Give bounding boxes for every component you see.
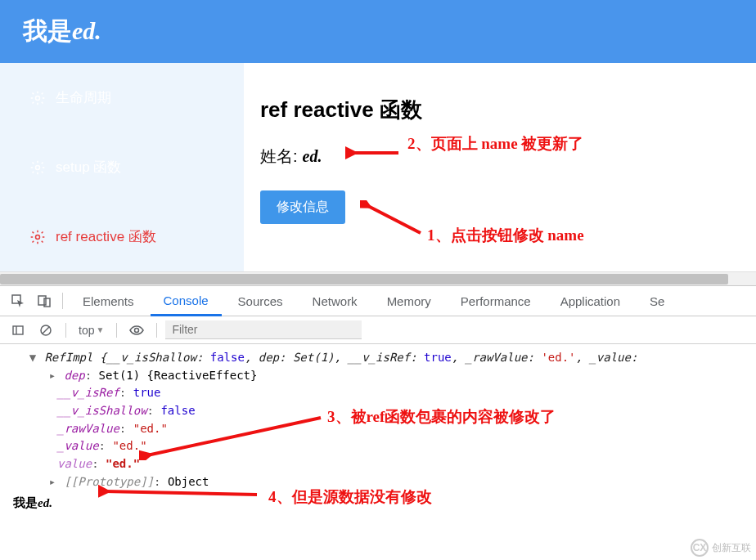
watermark-logo: CX <box>691 539 709 557</box>
device-toggle-icon[interactable] <box>33 290 56 311</box>
val-false: false <box>210 351 245 364</box>
live-expression-icon[interactable] <box>125 320 148 341</box>
console-toolbar: top ▼ <box>0 316 756 344</box>
sidebar-item-label: setup 函数 <box>56 158 121 177</box>
prop-key: _rawValue <box>57 422 119 435</box>
prop-key: __v_isShallow <box>57 404 147 417</box>
prop-key: value <box>57 457 92 470</box>
prop-value: false <box>160 404 195 417</box>
prop-dep[interactable]: ▸ dep: Set(1) {ReactiveEffect} <box>8 367 748 385</box>
sidebar-item-setup[interactable]: setup 函数 <box>0 132 244 202</box>
annotation-arrow-1 <box>360 200 425 238</box>
prop-key: [[Prototype]] <box>64 475 154 488</box>
svg-point-0 <box>36 96 40 100</box>
main-area: 生命周期 setup 函数 ref reactive 函数 ref reacti… <box>0 63 756 271</box>
clear-console-icon[interactable] <box>34 320 57 341</box>
chevron-down-icon: ▼ <box>96 325 104 334</box>
val-set: Set(1) <box>293 351 335 364</box>
console-object-summary[interactable]: ▼ RefImpl {__v_isShallow: false, dep: Se… <box>8 349 748 367</box>
svg-line-11 <box>43 327 49 334</box>
prop-value-getter: value: "ed." <box>8 455 748 473</box>
prop-key: dep <box>64 369 84 382</box>
tab-network[interactable]: Network <box>299 286 371 316</box>
divider <box>156 323 157 338</box>
gear-icon <box>29 159 46 176</box>
devtools-tab-bar: Elements Console Sources Network Memory … <box>0 285 756 316</box>
svg-point-2 <box>36 235 40 239</box>
sep: , dep: <box>245 351 293 364</box>
watermark-text: 创新互联 <box>712 541 751 555</box>
tab-elements[interactable]: Elements <box>70 286 147 316</box>
val-raw: 'ed.' <box>541 351 575 364</box>
caret-right-icon[interactable]: ▸ <box>47 473 57 491</box>
tab-memory[interactable]: Memory <box>374 286 444 316</box>
name-value: ed. <box>303 147 322 166</box>
object-type: RefImpl <box>44 351 92 364</box>
horizontal-scrollbar[interactable] <box>0 271 756 285</box>
sidebar-item-lifecycle[interactable]: 生命周期 <box>0 63 244 132</box>
prop-prototype[interactable]: ▸ [[Prototype]]: Object <box>8 473 748 491</box>
prop-isref: __v_isRef: true <box>8 384 748 402</box>
prop-rawvalue: _rawValue: "ed." <box>8 420 748 438</box>
prop-isshallow: __v_isShallow: false <box>8 402 748 420</box>
svg-point-12 <box>135 328 139 332</box>
console-output: ▼ RefImpl {__v_isShallow: false, dep: Se… <box>0 344 756 517</box>
inspect-element-icon[interactable] <box>7 290 29 311</box>
watermark: CX 创新互联 <box>691 539 751 557</box>
bracket-open: {__v_isShallow: <box>100 351 210 364</box>
gear-icon <box>29 229 46 245</box>
sidebar: 生命周期 setup 函数 ref reactive 函数 <box>0 63 244 271</box>
title-prefix: 我是 <box>23 17 72 44</box>
sidebar-toggle-icon[interactable] <box>7 320 29 341</box>
val-true: true <box>424 351 452 364</box>
svg-line-4 <box>367 205 421 233</box>
svg-rect-8 <box>13 326 23 334</box>
context-label: top <box>79 324 94 337</box>
scrollbar-thumb[interactable] <box>0 274 728 284</box>
sidebar-item-ref-reactive[interactable]: ref reactive 函数 <box>0 202 244 271</box>
svg-point-1 <box>36 165 40 169</box>
tab-performance[interactable]: Performance <box>448 286 544 316</box>
prop-value: "ed." <box>112 439 146 452</box>
caret-down-icon[interactable]: ▼ <box>28 349 38 367</box>
content-area: ref reactive 函数 姓名: ed. 修改信息 2、页面上 name … <box>244 63 756 271</box>
sidebar-item-label: 生命周期 <box>56 88 111 107</box>
content-heading: ref reactive 函数 <box>260 96 740 124</box>
prop-key: _value <box>57 439 99 452</box>
sidebar-item-label: ref reactive 函数 <box>56 227 156 246</box>
prop-value: "ed." <box>106 457 140 470</box>
sep: , _rawValue: <box>452 351 542 364</box>
log-italic: ed. <box>38 494 52 513</box>
console-log-text: 我是ed. <box>8 493 748 513</box>
prop-value: true <box>133 386 161 399</box>
sep: , __v_isRef: <box>335 351 425 364</box>
log-prefix: 我是 <box>13 493 38 512</box>
tab-console[interactable]: Console <box>151 287 222 316</box>
tab-application[interactable]: Application <box>547 286 633 316</box>
divider <box>62 293 63 309</box>
divider <box>65 323 66 338</box>
prop-value: "ed." <box>133 422 168 435</box>
modify-button[interactable]: 修改信息 <box>260 190 345 224</box>
context-selector[interactable]: top ▼ <box>74 321 108 339</box>
name-display: 姓名: ed. <box>260 146 740 168</box>
prop-value: Set(1) {ReactiveEffect} <box>99 369 258 382</box>
name-label: 姓名: <box>260 146 298 168</box>
tab-truncated[interactable]: Se <box>637 286 677 316</box>
divider <box>116 323 117 338</box>
caret-right-icon[interactable]: ▸ <box>47 367 57 385</box>
prop-value-private: _value: "ed." <box>8 437 748 455</box>
tab-sources[interactable]: Sources <box>225 286 296 316</box>
gear-icon <box>29 90 46 106</box>
app-header: 我是ed. <box>0 0 756 63</box>
sep: , _value: <box>576 351 638 364</box>
title-suffix: ed. <box>72 17 101 44</box>
prop-key: __v_isRef <box>57 386 119 399</box>
annotation-1: 1、点击按钮修改 name <box>427 225 584 246</box>
prop-value: Object <box>168 475 209 488</box>
app-title: 我是ed. <box>23 15 101 48</box>
filter-input[interactable] <box>165 320 362 339</box>
